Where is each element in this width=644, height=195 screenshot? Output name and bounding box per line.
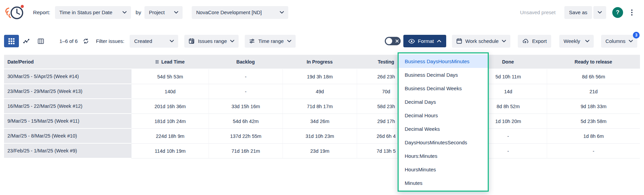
in-progress-cell: 31d 10h 23m [283,129,357,144]
chart-view-button[interactable] [20,35,33,47]
kebab-icon [631,9,633,16]
toolbar: 1–6 of 6 Filter issues: Created Issues r… [4,35,637,47]
period-cell: 30/Mar/25 - 5/Apr/25 (Week #14) [4,69,131,84]
table-view-button[interactable] [4,35,19,47]
format-option[interactable]: Decimal Days [399,95,488,108]
project-select[interactable]: NovaCore Development [ND] [192,6,288,19]
project-value: NovaCore Development [ND] [196,9,262,15]
chevron-down-icon [629,40,633,42]
table-row: 16/Mar/25 - 22/Mar/25 (Week #12) 201d 16… [4,99,640,114]
board-view-button[interactable] [34,35,47,47]
format-option[interactable]: Decimal Hours [399,108,488,122]
lead-time-cell: 201d 16h 36m [131,99,209,114]
eye-icon [408,39,415,44]
format-option-selected[interactable]: Business DaysHoursMinutes [399,54,488,68]
time-range-select[interactable]: Time range [245,35,295,48]
ready-to-release-cell: 5d 23h 58m [547,114,640,129]
issues-range-label: Issues range [198,38,227,44]
report-label: Report: [33,9,50,16]
backlog-cell: 71d 16h 21m [209,144,283,159]
report-table: Date/Period Lead Time Backlog In Progres… [4,55,640,159]
backlog-cell: 137d 22h 55m [209,129,283,144]
export-button[interactable]: Export [518,35,551,48]
grid-icon [8,38,15,44]
columns-select[interactable]: Columns 3 [601,35,637,48]
column-header-backlog[interactable]: Backlog [209,55,283,69]
report-type-value: Time in Status per Date [59,9,112,15]
backlog-cell: - [209,69,283,84]
format-option[interactable]: Hours:Minutes [399,149,488,163]
report-type-select[interactable]: Time in Status per Date [55,6,131,19]
export-label: Export [532,38,546,44]
chevron-down-icon [230,40,234,42]
save-as-dropdown-button[interactable] [593,6,606,19]
table-row: 2/Mar/25 - 8/Mar/25 (Week #10) 224d 18h … [4,129,640,144]
in-progress-cell: 49d [283,84,357,99]
chevron-down-icon [170,40,174,42]
period-cell: 16/Mar/25 - 22/Mar/25 (Week #12) [4,99,131,114]
issues-range-select[interactable]: Issues range [184,35,239,48]
format-menu: Business DaysHoursMinutes Business Decim… [398,52,489,192]
by-label: by [136,9,141,16]
more-menu-button[interactable] [626,6,637,19]
format-option[interactable]: Minutes [399,176,488,190]
in-progress-cell: 19d 3h 18m [283,69,357,84]
column-header-ready-to-release[interactable]: Ready to release [547,55,640,69]
cloud-export-icon [522,39,529,44]
column-header-label: Lead Time [161,59,185,65]
period-cell: 9/Mar/25 - 15/Mar/25 (Week #11) [4,114,131,129]
format-option[interactable]: DaysHoursMinutesSeconds [399,136,488,149]
format-button[interactable]: Format [403,35,446,47]
result-count: 1–6 of 6 [59,38,78,44]
clock-logo-icon [4,4,26,21]
table-header-row: Date/Period Lead Time Backlog In Progres… [4,55,640,69]
group-by-value: Project [149,9,165,15]
in-progress-cell: 34d 26m [283,114,357,129]
app-logo [4,4,26,21]
refresh-button[interactable] [81,35,90,47]
column-header-lead-time[interactable]: Lead Time [131,55,209,69]
column-header-in-progress[interactable]: In Progress [283,55,357,69]
chevron-down-icon [174,11,178,14]
in-progress-cell: 71d 8h 17m [283,99,357,114]
chevron-down-icon [280,11,284,14]
time-range-label: Time range [258,38,284,44]
backlog-cell: - [209,84,283,99]
ready-to-release-cell: 21d [547,84,640,99]
chevron-down-icon [287,40,291,42]
table-row: 30/Mar/25 - 5/Apr/25 (Week #14) 54d 5h 5… [4,69,640,84]
lead-time-cell: 140d [131,84,209,99]
filter-created-select[interactable]: Created [130,35,178,48]
line-chart-icon [23,38,30,44]
top-bar: Report: Time in Status per Date by Proje… [0,0,644,25]
columns-label: Columns [606,38,625,44]
column-header-date-period[interactable]: Date/Period [4,55,131,69]
refresh-icon [83,38,89,44]
toggle-knob [386,38,392,44]
work-schedule-select[interactable]: Work schedule [452,35,511,48]
period-value: Weekly [564,38,580,44]
group-by-select[interactable]: Project [144,6,183,19]
toggle-switch[interactable] [385,37,401,45]
format-option[interactable]: Business Decimal Weeks [399,81,488,95]
period-cell: 2/Mar/25 - 8/Mar/25 (Week #10) [4,129,131,144]
period-select[interactable]: Weekly [559,35,594,48]
help-button[interactable]: ? [612,7,623,18]
chevron-down-icon [598,11,602,14]
backlog-cell: 54d 6h 42m [209,114,283,129]
period-cell: 23/Mar/25 - 29/Mar/25 (Week #13) [4,84,131,99]
chevron-up-icon [437,40,441,42]
format-option[interactable]: Decimal Weeks [399,122,488,136]
preset-status: Unsaved preset [520,9,556,15]
ready-to-release-cell: 9d 18h 33m [547,99,640,114]
format-label: Format [418,38,434,44]
ready-to-release-cell: 1d 8h 6m [547,129,640,144]
format-option[interactable]: HoursMinutes [399,163,488,176]
chevron-down-icon [502,40,506,42]
save-as-button[interactable]: Save as [564,6,592,19]
columns-count-badge: 3 [633,32,640,39]
sliders-icon [249,38,255,44]
format-option[interactable]: Business Decimal Days [399,68,488,81]
period-cell: 23/Feb/25 - 1/Mar/25 (Week #9) [4,144,131,159]
lead-time-cell: 181d 10h 24m [131,114,209,129]
